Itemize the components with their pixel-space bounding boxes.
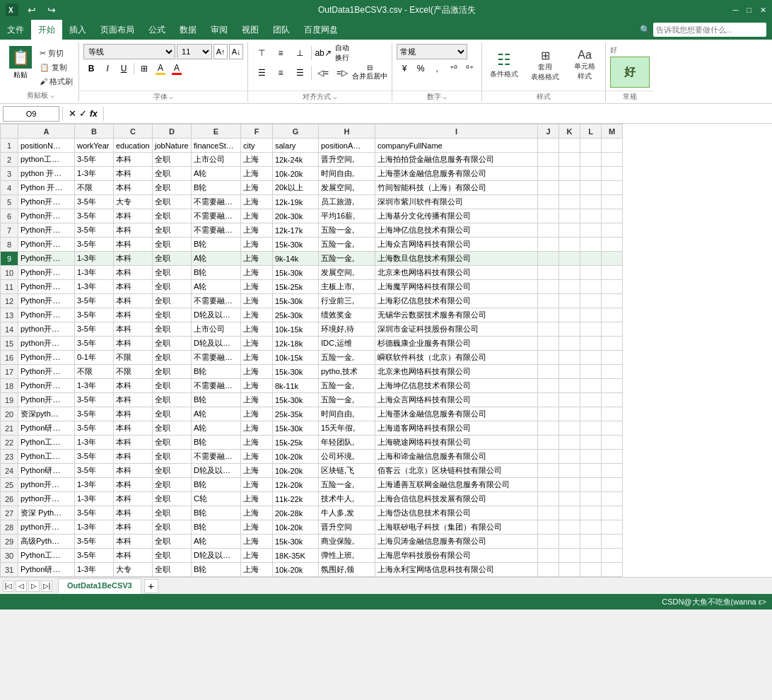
cell-r6-c6[interactable]: 20k-30k — [273, 209, 319, 223]
cell-r22-c2[interactable]: 本科 — [114, 436, 153, 450]
cell-r8-c4[interactable]: B轮 — [192, 238, 241, 252]
table-row[interactable]: 28python开…1-3年本科全职B轮上海10k-20k晋升空间上海联矽电子科… — [1, 520, 623, 535]
cell-r9-c8[interactable]: 上海数旦信息技术有限公司 — [375, 252, 538, 266]
cell-r14-c4[interactable]: 上市公司 — [192, 322, 241, 337]
row-header-18[interactable]: 18 — [1, 379, 18, 393]
cell-r10-c11[interactable] — [580, 266, 602, 280]
cell-r16-c4[interactable]: 不需要融… — [192, 351, 241, 365]
row-header-25[interactable]: 25 — [1, 478, 18, 492]
cell-r24-c8[interactable]: 佰客云（北京）区块链科技有限公司 — [375, 464, 538, 478]
cell-r11-c9[interactable] — [538, 280, 559, 294]
cell-r25-c4[interactable]: B轮 — [192, 478, 241, 492]
cell-r10-c10[interactable] — [559, 266, 580, 280]
font-size-select[interactable]: 11 — [177, 44, 212, 59]
cell-r13-c9[interactable] — [538, 308, 559, 322]
cancel-formula-icon[interactable]: ✕ — [69, 108, 76, 119]
row-header-27[interactable]: 27 — [1, 506, 18, 520]
cell-r31-c4[interactable]: B轮 — [192, 563, 241, 577]
cell-r29-c4[interactable]: A轮 — [192, 535, 241, 549]
table-row[interactable]: 27资深 Pyth…3-5年本科全职B轮上海20k-28k牛人多,发上海岱达信息… — [1, 506, 623, 520]
cell-r25-c12[interactable] — [602, 478, 623, 492]
decrease-font-size-button[interactable]: A↓ — [229, 44, 243, 59]
cell-r11-c7[interactable]: 主板上市, — [319, 280, 375, 294]
cell-r3-c5[interactable]: 上海 — [241, 167, 273, 181]
cell-r19-c7[interactable]: 五险一金, — [319, 393, 375, 407]
cell-r9-c12[interactable] — [602, 252, 623, 266]
table-row[interactable]: 25python开…1-3年本科全职B轮上海12k-20k五险一金,上海通善互联… — [1, 478, 623, 492]
cell-r6-c3[interactable]: 全职 — [153, 209, 192, 223]
cell-r23-c10[interactable] — [559, 450, 580, 464]
cell-r19-c5[interactable]: 上海 — [241, 393, 273, 407]
cell-r27-c7[interactable]: 牛人多,发 — [319, 506, 375, 520]
cell-r17-c5[interactable]: 上海 — [241, 365, 273, 379]
cell-r2-c6[interactable]: 12k-24k — [273, 153, 319, 167]
row-header-30[interactable]: 30 — [1, 549, 18, 563]
cell-r23-c11[interactable] — [580, 450, 602, 464]
cell-r21-c1[interactable]: 3-5年 — [75, 421, 114, 436]
cell-r12-c2[interactable]: 本科 — [114, 294, 153, 308]
table-row[interactable]: 29高级Pyth…3-5年本科全职A轮上海15k-30k商业保险,上海贝涛金融信… — [1, 535, 623, 549]
cell-r24-c1[interactable]: 3-5年 — [75, 464, 114, 478]
cell-r11-c4[interactable]: A轮 — [192, 280, 241, 294]
cell-r31-c0[interactable]: Python研… — [18, 563, 75, 577]
cell-r24-c12[interactable] — [602, 464, 623, 478]
cell-r28-c12[interactable] — [602, 520, 623, 535]
cell-r5-c2[interactable]: 大专 — [114, 195, 153, 209]
cell-r7-c12[interactable] — [602, 223, 623, 238]
row-header-11[interactable]: 11 — [1, 280, 18, 294]
cell-r30-c9[interactable] — [538, 549, 559, 563]
cell-r3-c7[interactable]: 时间自由, — [319, 167, 375, 181]
cell-r27-c12[interactable] — [602, 506, 623, 520]
cell-r26-c9[interactable] — [538, 492, 559, 506]
table-row[interactable]: 5Python开…3-5年大专全职不需要融…上海12k-19k员工旅游,深圳市紫… — [1, 195, 623, 209]
maximize-button[interactable]: □ — [747, 6, 751, 15]
table-row[interactable]: 4Python 开…不限本科全职B轮上海20k以上发展空间,竹间智能科技（上海）… — [1, 181, 623, 195]
cell-r28-c9[interactable] — [538, 520, 559, 535]
cell-r7-c1[interactable]: 3-5年 — [75, 223, 114, 238]
cell-r15-c4[interactable]: D轮及以… — [192, 337, 241, 351]
cell-r21-c12[interactable] — [602, 421, 623, 436]
cell-r1-c5[interactable]: city — [241, 139, 273, 153]
comma-button[interactable]: , — [429, 61, 445, 76]
cell-r19-c4[interactable]: B轮 — [192, 393, 241, 407]
cell-r26-c1[interactable]: 1-3年 — [75, 492, 114, 506]
cell-r16-c1[interactable]: 0-1年 — [75, 351, 114, 365]
cell-r21-c6[interactable]: 15k-30k — [273, 421, 319, 436]
col-header-h[interactable]: H — [319, 124, 375, 139]
table-format-button[interactable]: ⊞ 套用 表格格式 — [526, 44, 564, 86]
cell-r11-c6[interactable]: 15k-25k — [273, 280, 319, 294]
cell-r20-c0[interactable]: 资深pyth… — [18, 407, 75, 421]
bold-button[interactable]: B — [83, 61, 99, 76]
cell-r2-c1[interactable]: 3-5年 — [75, 153, 114, 167]
cell-r10-c9[interactable] — [538, 266, 559, 280]
cell-r5-c7[interactable]: 员工旅游, — [319, 195, 375, 209]
cell-r1-c0[interactable]: positionN… — [18, 139, 75, 153]
cell-r3-c8[interactable]: 上海墨沐金融信息服务有限公司 — [375, 167, 538, 181]
cell-r13-c5[interactable]: 上海 — [241, 308, 273, 322]
cell-r3-c4[interactable]: A轮 — [192, 167, 241, 181]
font-color-button[interactable]: A — [169, 61, 185, 76]
cell-r12-c10[interactable] — [559, 294, 580, 308]
cell-r27-c1[interactable]: 3-5年 — [75, 506, 114, 520]
increase-decimal-button[interactable]: ⁰⁺ — [462, 61, 477, 76]
cell-r3-c10[interactable] — [559, 167, 580, 181]
cell-r5-c9[interactable] — [538, 195, 559, 209]
cell-r18-c10[interactable] — [559, 379, 580, 393]
cell-r12-c8[interactable]: 上海彩亿信息技术有限公司 — [375, 294, 538, 308]
cell-r13-c7[interactable]: 绩效奖金 — [319, 308, 375, 322]
cell-r7-c7[interactable]: 五险一金, — [319, 223, 375, 238]
table-row[interactable]: 9Python开…1-3年本科全职A轮上海9k-14k五险一金,上海数旦信息技术… — [1, 252, 623, 266]
cell-r20-c7[interactable]: 时间自由, — [319, 407, 375, 421]
table-row[interactable]: 2python工…3-5年本科全职上市公司上海12k-24k晋升空间,上海拍拍贷… — [1, 153, 623, 167]
cell-r20-c5[interactable]: 上海 — [241, 407, 273, 421]
cell-r7-c9[interactable] — [538, 223, 559, 238]
cell-r17-c0[interactable]: Python开… — [18, 365, 75, 379]
cell-r20-c4[interactable]: A轮 — [192, 407, 241, 421]
cell-r26-c2[interactable]: 本科 — [114, 492, 153, 506]
cell-r9-c3[interactable]: 全职 — [153, 252, 192, 266]
cell-r2-c0[interactable]: python工… — [18, 153, 75, 167]
cell-r28-c5[interactable]: 上海 — [241, 520, 273, 535]
cell-r5-c10[interactable] — [559, 195, 580, 209]
increase-font-size-button[interactable]: A↑ — [214, 44, 228, 59]
cell-r10-c8[interactable]: 北京来也网络科技有限公司 — [375, 266, 538, 280]
